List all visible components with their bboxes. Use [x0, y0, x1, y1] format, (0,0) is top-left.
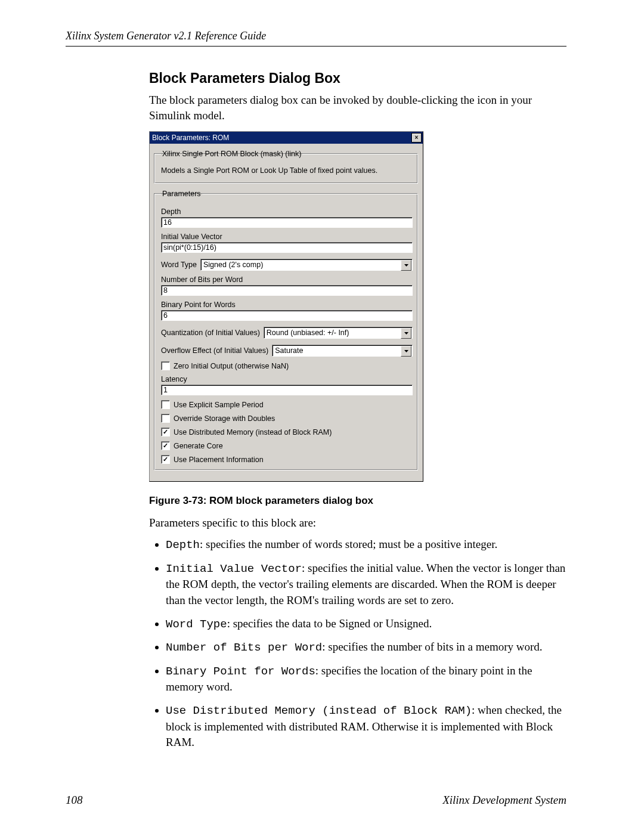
dist-mem-row[interactable]: Use Distributed Memory (instead of Block… — [161, 428, 413, 436]
gen-core-checkbox[interactable] — [161, 441, 170, 450]
use-place-checkbox[interactable] — [161, 455, 170, 464]
code-term: Initial Value Vector — [166, 562, 302, 575]
dialog-title: Block Parameters: ROM — [152, 134, 229, 142]
override-dbl-checkbox[interactable] — [161, 414, 170, 423]
bullet-text: : specifies the number of words stored; … — [200, 538, 497, 550]
dialog-header-legend: Xilinx Single Port ROM Block (mask) (lin… — [161, 150, 302, 158]
dist-mem-checkbox[interactable] — [161, 428, 170, 436]
param-list-intro: Parameters specific to this block are: — [149, 516, 566, 529]
override-dbl-label: Override Storage with Doubles — [174, 414, 275, 423]
zero-initial-checkbox[interactable] — [161, 361, 170, 370]
running-header: Xilinx System Generator v2.1 Reference G… — [66, 30, 566, 47]
latency-label: Latency — [161, 375, 413, 383]
zero-initial-row[interactable]: Zero Initial Output (otherwise NaN) — [161, 361, 413, 370]
section-intro: The block parameters dialog box can be i… — [149, 92, 566, 123]
section-heading: Block Parameters Dialog Box — [149, 70, 566, 86]
explicit-sp-checkbox[interactable] — [161, 400, 170, 409]
param-bullet-list: Depth: specifies the number of words sto… — [149, 537, 566, 751]
oflow-value: Saturate — [275, 346, 303, 355]
quant-label: Quantization (of Initial Values) — [161, 329, 260, 337]
page-number: 108 — [66, 794, 83, 807]
ivv-label: Initial Value Vector — [161, 233, 413, 241]
depth-label: Depth — [161, 208, 413, 216]
figure-caption: Figure 3-73: ROM block parameters dialog… — [149, 495, 566, 507]
quant-value: Round (unbiased: +/- Inf) — [267, 329, 349, 337]
code-term: Number of Bits per Word — [166, 641, 322, 654]
dist-mem-label: Use Distributed Memory (instead of Block… — [174, 428, 332, 436]
code-term: Word Type — [166, 618, 227, 631]
latency-field[interactable] — [161, 385, 413, 395]
oflow-select[interactable]: Saturate — [272, 345, 413, 357]
list-item: Use Distributed Memory (instead of Block… — [166, 702, 566, 751]
code-term: Binary Point for Words — [166, 665, 315, 678]
list-item: Initial Value Vector: specifies the init… — [166, 561, 566, 609]
use-place-label: Use Placement Information — [174, 456, 264, 464]
block-parameters-dialog: Block Parameters: ROM × Xilinx Single Po… — [149, 131, 423, 482]
depth-field[interactable] — [161, 217, 413, 228]
chevron-down-icon[interactable] — [401, 260, 411, 271]
svg-marker-0 — [404, 264, 408, 267]
chevron-down-icon[interactable] — [401, 346, 411, 357]
zero-initial-label: Zero Initial Output (otherwise NaN) — [174, 362, 289, 370]
dialog-header-desc: Models a Single Port ROM or Look Up Tabl… — [161, 166, 413, 175]
gen-core-label: Generate Core — [174, 442, 223, 450]
nbits-label: Number of Bits per Word — [161, 275, 413, 284]
svg-marker-2 — [404, 350, 408, 352]
quant-select[interactable]: Round (unbiased: +/- Inf) — [264, 327, 413, 339]
list-item: Depth: specifies the number of words sto… — [166, 537, 566, 553]
wordtype-value: Signed (2's comp) — [203, 261, 263, 269]
code-term: Use Distributed Memory (instead of Block… — [166, 704, 472, 717]
parameters-legend: Parameters — [161, 190, 202, 198]
use-place-row[interactable]: Use Placement Information — [161, 455, 413, 464]
bullet-text: : specifies the number of bits in a memo… — [322, 640, 542, 653]
wordtype-label: Word Type — [161, 261, 197, 269]
list-item: Word Type: specifies the data to be Sign… — [166, 616, 566, 633]
override-dbl-row[interactable]: Override Storage with Doubles — [161, 414, 413, 423]
wordtype-select[interactable]: Signed (2's comp) — [200, 259, 413, 271]
bpw-label: Binary Point for Words — [161, 301, 413, 309]
list-item: Binary Point for Words: specifies the lo… — [166, 663, 566, 695]
nbits-field[interactable] — [161, 285, 413, 296]
chevron-down-icon[interactable] — [401, 328, 411, 339]
footer-brand: Xilinx Development System — [442, 794, 566, 807]
svg-marker-1 — [404, 332, 408, 335]
ivv-field[interactable] — [161, 242, 413, 253]
dialog-titlebar[interactable]: Block Parameters: ROM × — [150, 132, 423, 144]
explicit-sp-label: Use Explicit Sample Period — [174, 401, 264, 409]
bullet-text: : specifies the data to be Signed or Uns… — [227, 617, 432, 630]
code-term: Depth — [166, 538, 200, 552]
explicit-sp-row[interactable]: Use Explicit Sample Period — [161, 400, 413, 409]
parameters-group: Parameters Depth Initial Value Vector Wo… — [154, 190, 418, 470]
bpw-field[interactable] — [161, 310, 413, 321]
gen-core-row[interactable]: Generate Core — [161, 441, 413, 450]
close-icon[interactable]: × — [411, 133, 422, 143]
list-item: Number of Bits per Word: specifies the n… — [166, 639, 566, 656]
dialog-header-group: Xilinx Single Port ROM Block (mask) (lin… — [154, 150, 418, 184]
oflow-label: Overflow Effect (of Initial Values) — [161, 346, 268, 355]
